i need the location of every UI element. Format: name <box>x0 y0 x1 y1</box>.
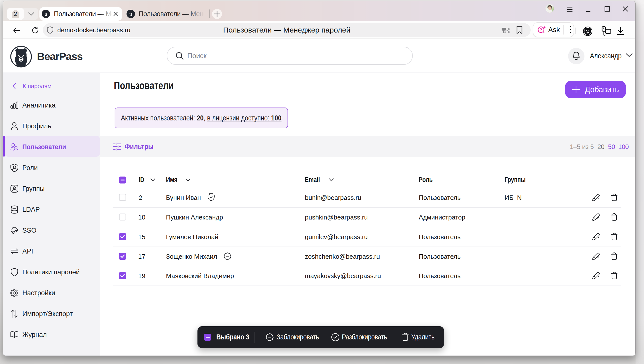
svg-text:?: ? <box>540 28 542 32</box>
